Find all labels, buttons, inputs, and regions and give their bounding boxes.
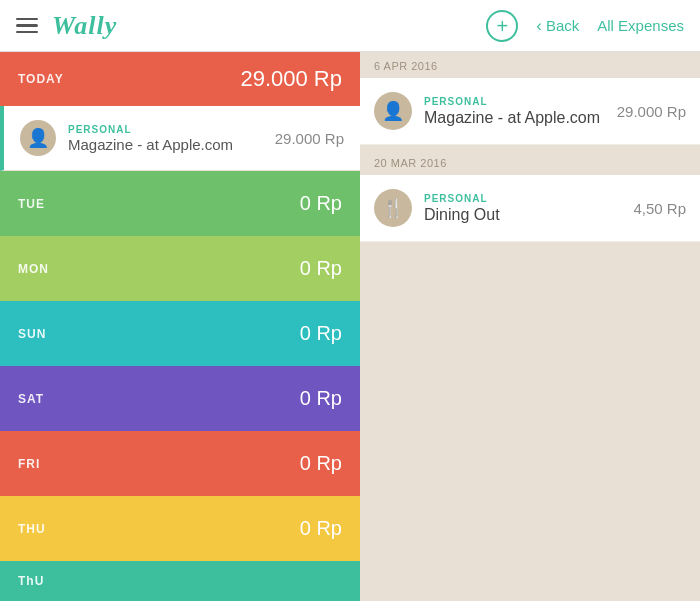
person-icon: 👤 bbox=[382, 100, 404, 122]
today-row[interactable]: TODAY 29.000 Rp bbox=[0, 52, 360, 106]
day-row-mon[interactable]: MON 0 Rp bbox=[0, 236, 360, 301]
right-expense-category: PERSONAL bbox=[424, 96, 617, 107]
day-row-sat[interactable]: SAT 0 Rp bbox=[0, 366, 360, 431]
day-row-thu[interactable]: THU 0 Rp bbox=[0, 496, 360, 561]
day-amount: 0 Rp bbox=[300, 257, 342, 280]
today-expense-category: PERSONAL bbox=[68, 124, 275, 135]
day-label: MON bbox=[18, 262, 49, 276]
header: Wally + ‹ Back All Expenses bbox=[0, 0, 700, 52]
today-expense-info: PERSONAL Magazine - at Apple.com bbox=[68, 124, 275, 153]
day-label: THU bbox=[18, 522, 46, 536]
day-label: SAT bbox=[18, 392, 44, 406]
date-section-0: 6 APR 2016 👤 PERSONAL Magazine - at Appl… bbox=[360, 52, 700, 145]
right-expense-item[interactable]: 👤 PERSONAL Magazine - at Apple.com 29.00… bbox=[360, 78, 700, 145]
right-icon-box: 👤 bbox=[374, 92, 412, 130]
day-label: FRI bbox=[18, 457, 40, 471]
day-label: TUE bbox=[18, 197, 45, 211]
right-panel: 6 APR 2016 👤 PERSONAL Magazine - at Appl… bbox=[360, 52, 700, 601]
main-content: TODAY 29.000 Rp 👤 PERSONAL Magazine - at… bbox=[0, 52, 700, 601]
day-rows: TUE 0 Rp MON 0 Rp SUN 0 Rp SAT 0 Rp FRI … bbox=[0, 171, 360, 601]
right-expense-info: PERSONAL Dining Out bbox=[424, 193, 633, 224]
all-expenses-label[interactable]: All Expenses bbox=[597, 17, 684, 34]
back-button[interactable]: ‹ Back bbox=[536, 16, 579, 36]
day-amount: 0 Rp bbox=[300, 517, 342, 540]
partial-day-row: ThU bbox=[0, 561, 360, 601]
date-header: 6 APR 2016 bbox=[360, 52, 700, 78]
partial-day-label: ThU bbox=[18, 574, 44, 588]
dining-icon: 🍴 bbox=[382, 197, 404, 219]
right-icon-box: 🍴 bbox=[374, 189, 412, 227]
day-row-sun[interactable]: SUN 0 Rp bbox=[0, 301, 360, 366]
left-panel: TODAY 29.000 Rp 👤 PERSONAL Magazine - at… bbox=[0, 52, 360, 601]
add-button[interactable]: + bbox=[486, 10, 518, 42]
today-amount: 29.000 Rp bbox=[240, 66, 342, 92]
right-expense-category: PERSONAL bbox=[424, 193, 633, 204]
person-icon: 👤 bbox=[27, 127, 49, 149]
day-amount: 0 Rp bbox=[300, 452, 342, 475]
header-left: Wally bbox=[16, 11, 117, 41]
right-expense-name: Dining Out bbox=[424, 206, 633, 224]
app-logo: Wally bbox=[52, 11, 117, 41]
right-expense-amount: 4,50 Rp bbox=[633, 200, 686, 217]
day-amount: 0 Rp bbox=[300, 387, 342, 410]
back-chevron-icon: ‹ bbox=[536, 16, 542, 36]
date-header: 20 MAR 2016 bbox=[360, 149, 700, 175]
right-expense-name: Magazine - at Apple.com bbox=[424, 109, 617, 127]
right-expense-item[interactable]: 🍴 PERSONAL Dining Out 4,50 Rp bbox=[360, 175, 700, 242]
person-icon-box: 👤 bbox=[20, 120, 56, 156]
today-expense-item[interactable]: 👤 PERSONAL Magazine - at Apple.com 29.00… bbox=[0, 106, 360, 171]
day-amount: 0 Rp bbox=[300, 322, 342, 345]
back-label: Back bbox=[546, 17, 579, 34]
today-expense-amount: 29.000 Rp bbox=[275, 130, 344, 147]
header-right: + ‹ Back All Expenses bbox=[486, 10, 684, 42]
right-expense-amount: 29.000 Rp bbox=[617, 103, 686, 120]
day-label: SUN bbox=[18, 327, 46, 341]
today-label: TODAY bbox=[18, 72, 64, 86]
day-amount: 0 Rp bbox=[300, 192, 342, 215]
date-section-1: 20 MAR 2016 🍴 PERSONAL Dining Out 4,50 R… bbox=[360, 149, 700, 242]
day-row-tue[interactable]: TUE 0 Rp bbox=[0, 171, 360, 236]
day-row-fri[interactable]: FRI 0 Rp bbox=[0, 431, 360, 496]
right-expense-info: PERSONAL Magazine - at Apple.com bbox=[424, 96, 617, 127]
menu-icon[interactable] bbox=[16, 18, 38, 34]
today-expense-name: Magazine - at Apple.com bbox=[68, 136, 275, 153]
